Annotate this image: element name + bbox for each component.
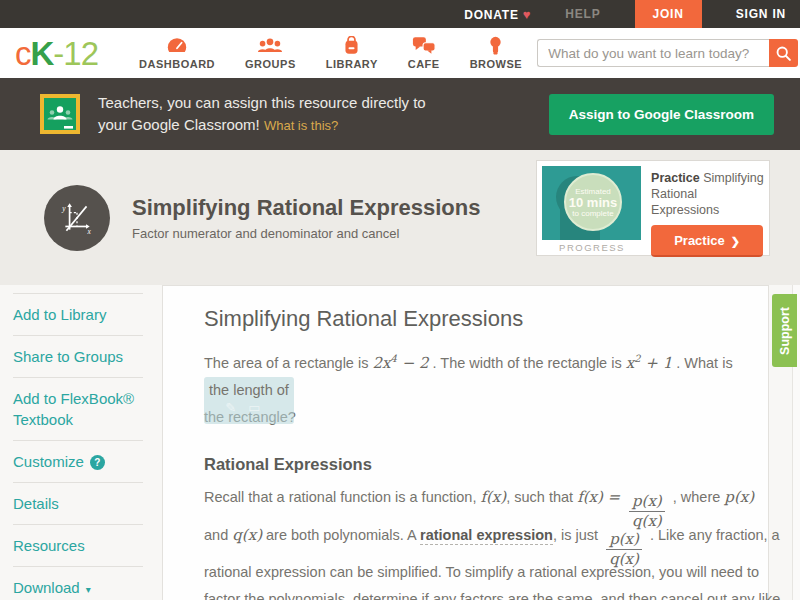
nav-label: GROUPS [245,58,296,70]
fraction-pq: p(x)q(x) [606,539,642,559]
support-tab-label: Support [778,307,792,355]
pencil-icon[interactable]: ✎ [225,400,248,415]
fraction-pq: p(x)q(x) [629,502,665,522]
help-circle-icon[interactable]: ? [90,455,105,470]
download-label: Download [13,579,80,596]
para-text: and [204,527,232,543]
banner-line2: your Google Classroom! What is this? [98,114,426,137]
section-heading: Rational Expressions [204,455,740,474]
sidebar-item-resources[interactable]: Resources [13,524,143,566]
problem-paragraph: The area of a rectangle is 2x4 − 2 . The… [204,345,756,431]
help-link[interactable]: HELP [565,7,600,21]
para-text: , is just [553,527,602,543]
rational-expressions-paragraph: Recall that a rational function is a fun… [204,484,782,600]
google-classroom-icon[interactable] [40,94,80,134]
badge-line3: to complete [572,209,613,218]
practice-button[interactable]: Practice❯ [651,225,763,257]
search-bar [537,39,798,67]
math-px: p(x) [724,488,754,506]
classroom-banner: Teachers, you can assign this resource d… [0,78,800,150]
math-fx: f(x) [480,488,506,506]
nav-label: LIBRARY [326,58,378,70]
search-icon [775,45,792,62]
nav-item-groups[interactable]: GROUPS [230,36,311,70]
nav-label: BROWSE [470,58,523,70]
estimated-time-badge: Estimated 10 mins to complete [564,173,622,231]
sidebar-item-add-to-library[interactable]: Add to Library [13,293,143,335]
chevron-right-icon: ❯ [731,235,740,247]
para-text: , where [669,489,725,505]
sidebar: Add to Library Share to Groups Add to Fl… [13,293,143,600]
nav-label: DASHBOARD [139,58,215,70]
sign-in-link[interactable]: SIGN IN [736,7,786,21]
lower-area: Add to Library Share to Groups Add to Fl… [0,285,800,600]
heart-icon: ♥ [523,7,532,22]
page-header-text: Simplifying Rational Expressions Factor … [132,195,480,241]
sidebar-item-details[interactable]: Details [13,482,143,524]
customize-label: Customize [13,453,84,470]
sidebar-item-add-to-flexbook[interactable]: Add to FlexBook® Textbook [13,377,143,440]
donate-link[interactable]: DONATE♥ [464,7,531,22]
page-title: Simplifying Rational Expressions [132,195,480,221]
sidebar-item-customize[interactable]: Customize? [13,440,143,482]
problem-text: . The width of the rectangle is [429,355,626,371]
para-text: , such that [506,489,577,505]
sidebar-item-share-to-groups[interactable]: Share to Groups [13,335,143,377]
practice-card: Estimated 10 mins to complete PROGRESS P… [536,160,770,256]
badge-line2: 10 mins [569,196,617,209]
nav-item-library[interactable]: LIBRARY [311,36,393,70]
progress-label: PROGRESS [542,242,642,253]
math-fx: f(x) [577,488,603,506]
svg-text:x: x [87,226,92,235]
assign-to-classroom-button[interactable]: Assign to Google Classroom [549,94,774,135]
browse-icon [488,36,503,55]
practice-card-right: Practice Simplifying Rational Expression… [651,166,764,250]
problem-text: The area of a rectangle is [204,355,372,371]
search-input[interactable] [537,39,769,67]
note-icon[interactable]: ▭ [248,400,272,415]
join-button[interactable]: JOIN [635,0,702,28]
page-subtitle: Factor numerator and denominator and can… [132,226,480,241]
practice-button-label: Practice [674,233,725,248]
groups-icon [257,36,283,55]
topbar: DONATE♥ HELP JOIN SIGN IN [0,0,800,28]
nav-item-cafe[interactable]: CAFE [393,36,455,70]
progress-thumbnail[interactable]: Estimated 10 mins to complete [542,166,641,240]
svg-text:y: y [61,203,66,212]
problem-text: . What is [672,355,732,371]
dashboard-icon [166,36,188,55]
logo-k: K [31,35,54,72]
ck12-logo[interactable]: cK-12 [15,37,98,70]
what-is-this-link[interactable]: What is this? [264,118,338,133]
classroom-banner-text: Teachers, you can assign this resource d… [98,92,426,137]
search-button[interactable] [769,39,798,67]
nav-item-browse[interactable]: BROWSE [455,36,538,70]
para-text: are both polynomials. A [262,527,420,543]
concept-graph-icon: y x [44,185,110,251]
library-icon [341,36,362,55]
practice-card-title: Practice Simplifying Rational Expression… [651,170,764,218]
donate-label: DONATE [464,8,519,22]
practice-bold: Practice [651,171,700,185]
banner-line2-text: your Google Classroom! [98,116,264,133]
sidebar-item-download[interactable]: Download▾ [13,566,143,600]
content-heading: Simplifying Rational Expressions [204,306,740,332]
nav-item-dashboard[interactable]: DASHBOARD [124,36,230,70]
logo-suffix: -12 [53,35,98,72]
main-nav: cK-12 DASHBOARD GROUPS LIBRARY [0,28,800,78]
page-header: y x Simplifying Rational Expressions Fac… [0,150,800,285]
nav-label: CAFE [408,58,440,70]
logo-c: c [15,35,31,72]
math-qx: q(x) [232,526,262,544]
banner-line1: Teachers, you can assign this resource d… [98,92,426,114]
annotation-icons[interactable]: ✎▭ [225,394,272,421]
text-selection-highlight[interactable]: the length of✎▭ [204,377,294,424]
para-text: Recall that a rational function is a fun… [204,489,480,505]
content-card: Simplifying Rational Expressions The are… [162,285,769,600]
support-tab[interactable]: Support [772,294,797,367]
cafe-icon [412,36,436,55]
equals-sign: = [603,488,625,506]
glossary-term[interactable]: rational expression [420,527,553,545]
caret-down-icon: ▾ [86,584,91,595]
math-expression: x2 + 1 [626,354,673,372]
